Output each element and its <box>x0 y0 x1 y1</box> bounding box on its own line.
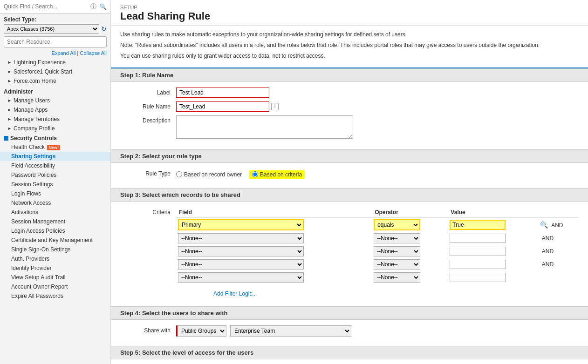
sidebar-item-account-owner[interactable]: Account Owner Report <box>0 282 110 291</box>
expand-all-link[interactable]: Expand All <box>52 50 76 56</box>
security-controls-header[interactable]: Security Controls <box>0 133 110 142</box>
share-with-row-container: Share with Public Groups Enterprise Team <box>120 325 579 337</box>
and-label-3: AND <box>540 248 554 255</box>
share-with-type-dropdown[interactable]: Public Groups <box>176 325 226 337</box>
search-icon[interactable]: 🔍 <box>99 3 107 10</box>
col-header-field: Field <box>176 207 372 218</box>
sidebar-item-company-profile[interactable]: ► Company Profile <box>0 124 110 133</box>
share-with-label: Share with <box>120 325 176 334</box>
administer-title: Administer <box>0 86 110 96</box>
criteria-row: Criteria Field Operator Value <box>120 207 579 297</box>
value-input-4[interactable] <box>450 260 506 269</box>
radio-record-owner-label: Based on record owner <box>184 171 242 178</box>
info-icon[interactable]: i <box>271 103 279 110</box>
search-resource-input[interactable] <box>4 36 107 47</box>
sidebar-item-sso-settings[interactable]: Single Sign-On Settings <box>0 245 110 254</box>
col-header-operator: Operator <box>372 207 448 218</box>
triangle-manage-users: ► <box>7 98 12 103</box>
desc-paragraph-3: You can use sharing rules only to grant … <box>120 52 579 61</box>
page-title: Lead Sharing Rule <box>120 10 579 22</box>
label-field-control <box>176 88 579 98</box>
radio-record-owner-input[interactable] <box>176 171 182 177</box>
value-input-3[interactable] <box>450 247 506 256</box>
sidebar-item-manage-territories[interactable]: ► Manage Territories <box>0 115 110 124</box>
sidebar-item-auth-providers[interactable]: Auth. Providers <box>0 254 110 263</box>
quick-find-input[interactable] <box>4 3 88 10</box>
sidebar-item-lightning[interactable]: ► Lightning Experience <box>0 58 110 67</box>
label-row: Label <box>120 88 579 98</box>
criteria-table: Field Operator Value Pri <box>176 207 579 284</box>
operator-select-4[interactable]: --None-- <box>374 259 420 270</box>
operator-select-1[interactable]: equals <box>374 219 420 230</box>
radio-record-owner[interactable]: Based on record owner <box>176 171 242 178</box>
sidebar-item-audit-trail[interactable]: View Setup Audit Trail <box>0 273 110 282</box>
operator-select-3[interactable]: --None-- <box>374 246 420 256</box>
sidebar-item-login-flows[interactable]: Login Flows <box>0 189 110 198</box>
page-header: Setup Lead Sharing Rule <box>111 0 588 26</box>
sidebar-item-network-access[interactable]: Network Access <box>0 198 110 208</box>
search-resource-box <box>0 34 110 50</box>
criteria-row-1: Primary equals <box>176 217 579 232</box>
step1-header: Step 1: Rule Name <box>111 68 588 82</box>
field-select-1[interactable]: Primary <box>178 219 304 230</box>
add-filter-logic-link[interactable]: Add Filter Logic... <box>213 290 257 297</box>
description-textarea[interactable] <box>176 115 353 139</box>
value-input-1[interactable] <box>450 220 506 230</box>
radio-based-criteria-label: Based on criteria <box>260 171 302 178</box>
rule-type-label: Rule Type <box>120 169 176 177</box>
share-with-value-dropdown[interactable]: Enterprise Team <box>230 325 351 337</box>
sidebar-item-health-check[interactable]: Health Check New! <box>0 142 110 152</box>
sidebar-item-password-policies[interactable]: Password Policies <box>0 170 110 180</box>
collapse-all-link[interactable]: Collapse All <box>80 50 107 56</box>
value-input-2[interactable] <box>450 234 506 243</box>
sidebar-item-login-access-policies[interactable]: Login Access Policies <box>0 226 110 236</box>
value-input-5[interactable] <box>450 273 506 282</box>
step5-body: Lead Access Read/Write <box>111 359 588 364</box>
step4-section: Step 4: Select the users to share with S… <box>111 306 588 346</box>
criteria-row-4: --None-- --None-- AND <box>176 258 579 271</box>
triangle-company-profile: ► <box>7 126 12 131</box>
sidebar-item-certificate-key[interactable]: Certificate and Key Management <box>0 236 110 245</box>
and-label-1: AND <box>549 222 563 229</box>
sidebar-item-session-settings[interactable]: Session Settings <box>0 180 110 189</box>
desc-paragraph-1: Use sharing rules to make automatic exce… <box>120 30 579 39</box>
operator-select-5[interactable]: --None-- <box>374 272 420 283</box>
rule-type-row: Rule Type Based on record owner Based on… <box>120 169 579 179</box>
criteria-row-3: --None-- --None-- AND <box>176 245 579 258</box>
sidebar-item-manage-apps[interactable]: ► Manage Apps <box>0 105 110 115</box>
field-select-3[interactable]: --None-- <box>178 246 304 256</box>
step3-section: Step 3: Select which records to be share… <box>111 188 588 306</box>
sidebar-item-expire-passwords[interactable]: Expire All Passwords <box>0 291 110 301</box>
sidebar-item-forcecom[interactable]: ► Force.com Home <box>0 76 110 86</box>
setup-label: Setup <box>120 5 579 10</box>
sidebar-item-identity-provider[interactable]: Identity Provider <box>0 263 110 273</box>
sidebar-item-session-management[interactable]: Session Management <box>0 217 110 226</box>
field-select-4[interactable]: --None-- <box>178 259 304 270</box>
select-type-dropdown[interactable]: Apex Classes (3756) <box>4 24 99 34</box>
sidebar-item-field-accessibility[interactable]: Field Accessibility <box>0 161 110 170</box>
sidebar-item-activations[interactable]: Activations <box>0 208 110 217</box>
label-input[interactable] <box>176 88 269 98</box>
radio-based-criteria-input[interactable] <box>252 171 258 177</box>
select-type-section: Select Type: Apex Classes (3756) ↻ <box>0 13 110 34</box>
step1-section: Step 1: Rule Name Label Rule Name i <box>111 68 588 149</box>
criteria-control: Field Operator Value Pri <box>176 207 579 297</box>
sidebar-item-sharing-settings[interactable]: Sharing Settings <box>0 152 110 161</box>
step2-header: Step 2: Select your rule type <box>111 149 588 163</box>
col-header-value: Value <box>448 207 538 218</box>
sidebar-item-salesforce1[interactable]: ► Salesforce1 Quick Start <box>0 67 110 76</box>
rule-name-input[interactable] <box>176 101 269 112</box>
desc-paragraph-2: Note: "Roles and subordinates" includes … <box>120 41 579 50</box>
refresh-button[interactable]: ↻ <box>101 25 107 33</box>
sidebar-item-manage-users[interactable]: ► Manage Users <box>0 96 110 105</box>
field-select-2[interactable]: --None-- <box>178 233 304 243</box>
help-icon[interactable]: ⓘ <box>90 2 96 11</box>
radio-based-criteria[interactable]: Based on criteria <box>249 170 305 179</box>
triangle-manage-territories: ► <box>7 117 12 121</box>
main-content: Setup Lead Sharing Rule Use sharing rule… <box>111 0 588 364</box>
field-select-5[interactable]: --None-- <box>178 272 304 283</box>
search-value-icon-1[interactable]: 🔍 <box>540 221 548 229</box>
criteria-row-5: --None-- --None-- <box>176 271 579 284</box>
operator-select-2[interactable]: --None-- <box>374 233 420 243</box>
description-field-control <box>176 115 579 140</box>
